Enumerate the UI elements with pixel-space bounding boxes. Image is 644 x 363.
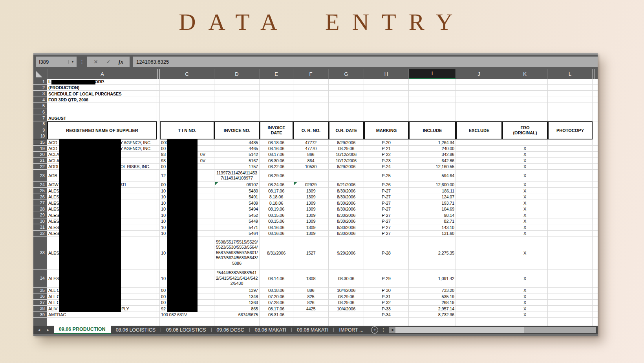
cell[interactable]: 8/30/2006: [329, 218, 364, 224]
cell[interactable]: 1348: [214, 293, 260, 299]
cell[interactable]: 08.29.06: [329, 300, 364, 305]
cell[interactable]: [157, 164, 160, 169]
cell[interactable]: [160, 91, 214, 97]
cell[interactable]: 8/29/2006: [329, 139, 364, 145]
cell[interactable]: [593, 188, 595, 194]
cell[interactable]: [364, 318, 409, 326]
cell[interactable]: [548, 218, 593, 224]
cell[interactable]: P-27: [364, 206, 409, 212]
cell[interactable]: 104.69: [409, 206, 456, 212]
cell[interactable]: [593, 158, 595, 163]
sheet-tab[interactable]: 09.06 PRODUCTION: [54, 326, 111, 334]
cell[interactable]: 08.15.06: [260, 212, 293, 218]
cell[interactable]: [456, 91, 502, 97]
cell[interactable]: [593, 182, 595, 187]
cell[interactable]: [456, 182, 502, 187]
cell[interactable]: 5471: [214, 224, 260, 230]
cell[interactable]: [593, 288, 595, 293]
cell[interactable]: 8/30/2006: [329, 188, 364, 194]
cell[interactable]: 8.18.06: [260, 200, 293, 206]
cell[interactable]: X: [502, 164, 548, 169]
cell[interactable]: [548, 152, 593, 157]
cell[interactable]: [548, 97, 593, 103]
cell[interactable]: P-25: [364, 170, 409, 182]
row-header[interactable]: 26: [33, 194, 47, 200]
cell[interactable]: [293, 79, 329, 84]
cell[interactable]: [502, 97, 548, 103]
cell[interactable]: [293, 85, 329, 90]
cell[interactable]: [548, 293, 593, 299]
row-header[interactable]: 22: [33, 164, 47, 169]
cell[interactable]: [260, 115, 293, 121]
cell[interactable]: 9/29/2006: [329, 236, 364, 269]
cell[interactable]: [214, 115, 260, 121]
cell[interactable]: [329, 312, 364, 317]
cell[interactable]: 08.18.06: [260, 139, 293, 145]
cell[interactable]: 100 082 631V: [160, 312, 214, 317]
cell[interactable]: 240.00: [409, 146, 456, 151]
cell[interactable]: [157, 318, 160, 326]
cell[interactable]: [329, 85, 364, 90]
cell[interactable]: X: [502, 212, 548, 218]
cell[interactable]: [260, 97, 293, 103]
cell[interactable]: [548, 194, 593, 200]
cell[interactable]: P-31: [364, 293, 409, 299]
cell[interactable]: *5444/5382/5383/5412/5415/5421/5414/5422…: [214, 270, 260, 287]
cell[interactable]: [157, 288, 160, 293]
cell[interactable]: [593, 103, 595, 109]
cell[interactable]: [329, 91, 364, 97]
cell[interactable]: 864: [293, 158, 329, 163]
cell[interactable]: [160, 115, 214, 121]
row-header[interactable]: 4: [33, 97, 47, 103]
row-header[interactable]: 39: [33, 312, 47, 317]
cell[interactable]: [260, 79, 293, 84]
cell[interactable]: P-30: [364, 288, 409, 293]
cell[interactable]: P-32: [364, 300, 409, 305]
cell[interactable]: [593, 85, 595, 90]
cell[interactable]: [214, 91, 260, 97]
cell[interactable]: 5480: [214, 188, 260, 194]
cell[interactable]: 5167: [214, 158, 260, 163]
cell[interactable]: [157, 85, 160, 90]
cell[interactable]: 08.15.06: [260, 218, 293, 224]
cell[interactable]: X: [502, 152, 548, 157]
cell[interactable]: [157, 188, 160, 194]
cell[interactable]: 1309: [293, 200, 329, 206]
cell[interactable]: [157, 121, 160, 139]
cell[interactable]: 1309: [293, 194, 329, 200]
cell[interactable]: [456, 300, 502, 305]
cell[interactable]: 5452: [214, 212, 260, 218]
cell[interactable]: [548, 312, 593, 317]
cell[interactable]: [293, 312, 329, 317]
cell[interactable]: 131.60: [409, 231, 456, 236]
cell[interactable]: [329, 170, 364, 182]
cell[interactable]: [593, 139, 595, 145]
cell[interactable]: [593, 224, 595, 230]
cell[interactable]: [548, 270, 593, 287]
cell[interactable]: X: [502, 188, 548, 194]
cell[interactable]: 08.22.06: [260, 164, 293, 169]
cell[interactable]: 9/21/2006: [329, 182, 364, 187]
cell[interactable]: 113972/114264/114537/114914/108977: [214, 170, 260, 182]
cell[interactable]: [409, 115, 456, 121]
cell[interactable]: [548, 224, 593, 230]
cell[interactable]: 98.14: [409, 212, 456, 218]
cell[interactable]: X: [502, 206, 548, 212]
cell[interactable]: [548, 139, 593, 145]
cell[interactable]: P-26: [364, 182, 409, 187]
cell[interactable]: X: [502, 158, 548, 163]
cell[interactable]: X: [502, 182, 548, 187]
sheet-tab[interactable]: IMPORT ...: [334, 326, 368, 334]
row-header[interactable]: 34: [33, 270, 47, 287]
scrollbar-thumb[interactable]: [395, 327, 524, 333]
cell[interactable]: [157, 300, 160, 305]
cell[interactable]: [548, 318, 593, 326]
cell[interactable]: [260, 91, 293, 97]
column-header[interactable]: C: [160, 69, 214, 79]
cell[interactable]: 5508/5517/5515/5529/5523/5530/5553/5564/…: [214, 236, 260, 269]
cell[interactable]: REGISTERED NAME OF SUPPLIER: [47, 121, 157, 139]
cell[interactable]: P-27: [364, 200, 409, 206]
cell[interactable]: 143.10: [409, 224, 456, 230]
cell[interactable]: 08.24.06: [260, 182, 293, 187]
cell[interactable]: [548, 115, 593, 121]
